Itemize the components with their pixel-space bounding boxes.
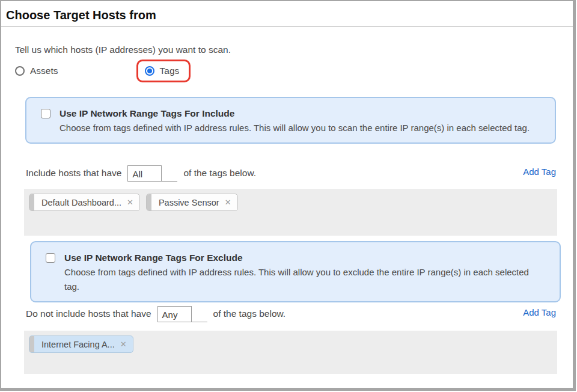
remove-tag-icon[interactable]: ✕ — [225, 194, 237, 211]
radio-option-tags[interactable]: Tags — [145, 66, 180, 76]
include-rule-prefix: Include hosts that have — [26, 168, 121, 179]
tag-chip-label: Passive Sensor — [151, 198, 225, 207]
tags-radio-label: Tags — [160, 66, 180, 76]
intro-text: Tell us which hosts (IP addresses) you w… — [15, 44, 573, 55]
exclude-tags-panel: Internet Facing A... ✕ — [24, 331, 557, 374]
include-network-range-checkbox[interactable] — [41, 109, 50, 118]
remove-tag-icon[interactable]: ✕ — [120, 335, 133, 353]
red-highlight-annotation: Tags — [136, 60, 191, 82]
tag-chip-passive-sensor[interactable]: Passive Sensor ✕ — [146, 194, 238, 211]
tags-radio-icon[interactable] — [145, 66, 154, 76]
chip-grip-icon[interactable] — [29, 335, 34, 353]
remove-tag-icon[interactable]: ✕ — [127, 194, 139, 211]
include-tags-panel: Default Dashboard... ✕ Passive Sensor ✕ — [24, 189, 557, 236]
title-divider — [1, 26, 573, 26]
exclude-rule-prefix: Do not include hosts that have — [26, 308, 151, 319]
include-network-range-info-box: Use IP Network Range Tags For Include Ch… — [25, 97, 556, 144]
include-info-title: Use IP Network Range Tags For Include — [60, 107, 530, 120]
exclude-info-description: Choose from tags defined with IP address… — [64, 265, 539, 294]
tag-chip-internet-facing[interactable]: Internet Facing A... ✕ — [29, 335, 133, 353]
exclude-network-range-checkbox[interactable] — [46, 253, 55, 263]
include-info-content: Use IP Network Range Tags For Include Ch… — [60, 107, 530, 135]
exclude-operator-value[interactable]: Any — [157, 306, 192, 322]
tag-chip-default-dashboard[interactable]: Default Dashboard... ✕ — [29, 194, 140, 211]
assets-radio-label: Assets — [30, 66, 58, 76]
page-title: Choose Target Hosts from — [6, 8, 573, 22]
exclude-rule-suffix: of the tags below. — [213, 308, 286, 319]
include-info-description: Choose from tags defined with IP address… — [60, 121, 530, 135]
include-operator-value[interactable]: All — [127, 165, 162, 181]
dialog-panel: Choose Target Hosts from Tell us which h… — [0, 0, 576, 391]
target-source-radio-group: Assets Tags — [15, 58, 573, 84]
include-operator-combobox[interactable]: All — [127, 165, 177, 182]
exclude-add-tag-link[interactable]: Add Tag — [523, 307, 556, 317]
tag-chip-label: Internet Facing A... — [34, 340, 120, 349]
chip-grip-icon[interactable] — [147, 194, 151, 211]
tag-chip-label: Default Dashboard... — [34, 198, 127, 207]
exclude-info-content: Use IP Network Range Tags For Exclude Ch… — [64, 251, 539, 294]
exclude-operator-combobox[interactable]: Any — [157, 306, 207, 322]
include-rule-suffix: of the tags below. — [183, 168, 256, 179]
assets-radio-icon[interactable] — [15, 66, 25, 76]
exclude-tags-rule-row: Do not include hosts that have Any of th… — [26, 305, 556, 322]
include-add-tag-link[interactable]: Add Tag — [523, 167, 556, 177]
exclude-network-range-info-box: Use IP Network Range Tags For Exclude Ch… — [30, 241, 561, 302]
chip-grip-icon[interactable] — [29, 194, 34, 211]
radio-option-assets[interactable]: Assets — [15, 66, 58, 76]
exclude-info-title: Use IP Network Range Tags For Exclude — [64, 251, 539, 264]
include-tags-rule-row: Include hosts that have All of the tags … — [26, 165, 556, 182]
